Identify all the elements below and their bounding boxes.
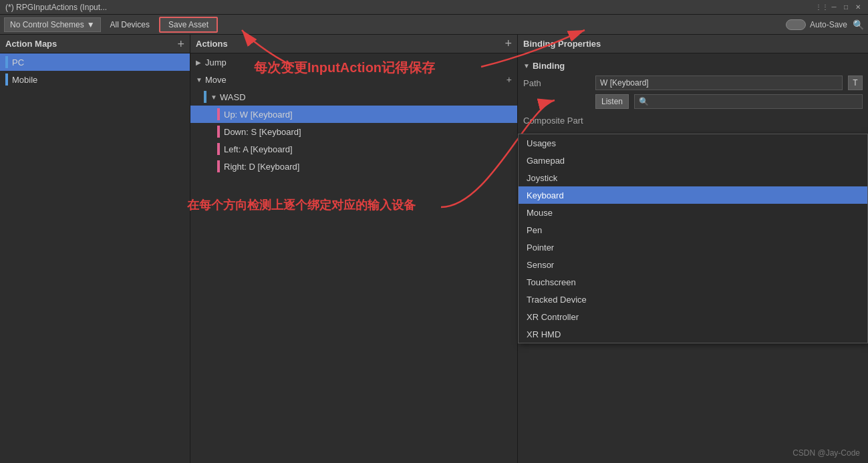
wasd-expand-icon: ▼ bbox=[210, 94, 220, 101]
binding-section-header: ▼ Binding bbox=[518, 57, 868, 73]
dropdown-item-sensor[interactable]: Sensor bbox=[519, 256, 867, 273]
dropdown-item-pen[interactable]: Pen bbox=[519, 221, 867, 239]
part-item-down[interactable]: Down: S [Keyboard] bbox=[190, 123, 517, 140]
down-color-bar bbox=[217, 126, 220, 138]
action-item-move[interactable]: ▼ Move + bbox=[190, 71, 517, 88]
actions-header: Actions + bbox=[190, 35, 517, 53]
path-row: Path W [Keyboard] T bbox=[518, 73, 868, 92]
menu-icon[interactable]: ⋮⋮ bbox=[817, 3, 827, 12]
panel-action-maps: Action Maps + PC Mobile bbox=[0, 35, 190, 463]
auto-save-area: Auto-Save bbox=[786, 19, 847, 30]
t-button[interactable]: T bbox=[848, 75, 863, 90]
window-title: (*) RPGInputActions (Input... bbox=[5, 3, 817, 12]
dropdown-item-pointer[interactable]: Pointer bbox=[519, 239, 867, 256]
action-map-label-pc: PC bbox=[12, 57, 24, 67]
save-asset-button[interactable]: Save Asset bbox=[159, 17, 218, 33]
binding-section-expand-icon: ▼ bbox=[523, 62, 530, 69]
action-label-move: Move bbox=[205, 75, 227, 85]
binding-section-title: Binding bbox=[533, 61, 565, 71]
control-scheme-label: No Control Schemes bbox=[10, 20, 84, 29]
actions-title: Actions bbox=[196, 39, 228, 49]
binding-properties-title: Binding Properties bbox=[523, 39, 601, 49]
part-item-right[interactable]: Right: D [Keyboard] bbox=[190, 158, 517, 175]
dropdown-item-tracked-device[interactable]: Tracked Device bbox=[519, 291, 867, 308]
control-scheme-button[interactable]: No Control Schemes ▼ bbox=[4, 17, 101, 32]
action-item-jump[interactable]: ▶ Jump bbox=[190, 53, 517, 71]
close-icon[interactable]: ✕ bbox=[853, 3, 863, 12]
path-search-input[interactable] bbox=[634, 94, 863, 109]
dropdown-item-touchscreen[interactable]: Touchscreen bbox=[519, 273, 867, 291]
dropdown-item-xr-hmd[interactable]: XR HMD bbox=[519, 325, 867, 343]
dropdown-item-usages[interactable]: Usages bbox=[519, 134, 867, 152]
title-bar: (*) RPGInputActions (Input... ⋮⋮ ─ □ ✕ bbox=[0, 0, 868, 15]
listen-button[interactable]: Listen bbox=[595, 94, 629, 109]
action-map-item-pc[interactable]: PC bbox=[0, 53, 190, 71]
composite-item-wasd[interactable]: ▼ WASD bbox=[190, 88, 517, 106]
binding-properties-header: Binding Properties bbox=[518, 35, 868, 53]
part-label-down: Down: S [Keyboard] bbox=[224, 127, 301, 137]
auto-save-toggle[interactable] bbox=[786, 19, 806, 30]
panel-actions: Actions + ▶ Jump ▼ Move + ▼ WASD Up: W [… bbox=[190, 35, 518, 463]
add-action-map-button[interactable]: + bbox=[177, 38, 184, 50]
search-icon[interactable]: 🔍 bbox=[853, 19, 864, 30]
dropdown-item-xr-controller[interactable]: XR Controller bbox=[519, 308, 867, 325]
add-binding-button[interactable]: + bbox=[507, 74, 512, 85]
action-maps-title: Action Maps bbox=[5, 39, 57, 49]
action-maps-header: Action Maps + bbox=[0, 35, 190, 53]
dropdown-item-mouse[interactable]: Mouse bbox=[519, 204, 867, 221]
wasd-color-bar bbox=[204, 91, 206, 103]
path-label: Path bbox=[523, 78, 590, 88]
pc-color-bar bbox=[5, 56, 8, 68]
listen-search-row: Listen bbox=[518, 92, 868, 111]
up-color-bar bbox=[217, 108, 220, 120]
part-label-left: Left: A [Keyboard] bbox=[224, 144, 293, 154]
main-content: Action Maps + PC Mobile Actions + ▶ Jump… bbox=[0, 35, 868, 463]
path-value[interactable]: W [Keyboard] bbox=[595, 75, 843, 90]
toolbar: No Control Schemes ▼ All Devices Save As… bbox=[0, 15, 868, 35]
composite-part-label: Composite Part bbox=[523, 116, 590, 126]
dropdown-item-keyboard[interactable]: Keyboard bbox=[519, 186, 867, 204]
composite-part-row: Composite Part bbox=[518, 111, 868, 130]
device-dropdown: Usages Gamepad Joystick Keyboard Mouse P… bbox=[518, 134, 868, 343]
add-action-button[interactable]: + bbox=[504, 37, 512, 51]
watermark: CSDN @Jay-Code bbox=[792, 448, 860, 458]
maximize-icon[interactable]: □ bbox=[841, 3, 851, 12]
all-devices-button[interactable]: All Devices bbox=[106, 17, 154, 32]
mobile-color-bar bbox=[5, 73, 8, 86]
action-map-item-mobile[interactable]: Mobile bbox=[0, 71, 190, 88]
right-color-bar bbox=[217, 160, 220, 172]
minimize-icon[interactable]: ─ bbox=[829, 3, 839, 12]
move-expand-icon: ▼ bbox=[196, 76, 205, 84]
window-controls: ⋮⋮ ─ □ ✕ bbox=[817, 3, 863, 12]
action-label-jump: Jump bbox=[205, 57, 227, 67]
part-item-left[interactable]: Left: A [Keyboard] bbox=[190, 140, 517, 158]
auto-save-label: Auto-Save bbox=[810, 20, 847, 29]
part-label-right: Right: D [Keyboard] bbox=[224, 162, 299, 172]
action-map-label-mobile: Mobile bbox=[12, 75, 37, 85]
part-item-up[interactable]: Up: W [Keyboard] bbox=[190, 106, 517, 123]
jump-expand-icon: ▶ bbox=[196, 59, 205, 66]
binding-section: ▼ Binding Path W [Keyboard] T Listen Com… bbox=[518, 53, 868, 134]
left-color-bar bbox=[217, 143, 220, 155]
dropdown-item-joystick[interactable]: Joystick bbox=[519, 169, 867, 186]
control-scheme-arrow-icon: ▼ bbox=[87, 20, 95, 29]
composite-label-wasd: WASD bbox=[220, 92, 246, 102]
dropdown-item-gamepad[interactable]: Gamepad bbox=[519, 152, 867, 169]
part-label-up: Up: W [Keyboard] bbox=[224, 110, 293, 120]
panel-binding: Binding Properties ▼ Binding Path W [Key… bbox=[518, 35, 868, 463]
